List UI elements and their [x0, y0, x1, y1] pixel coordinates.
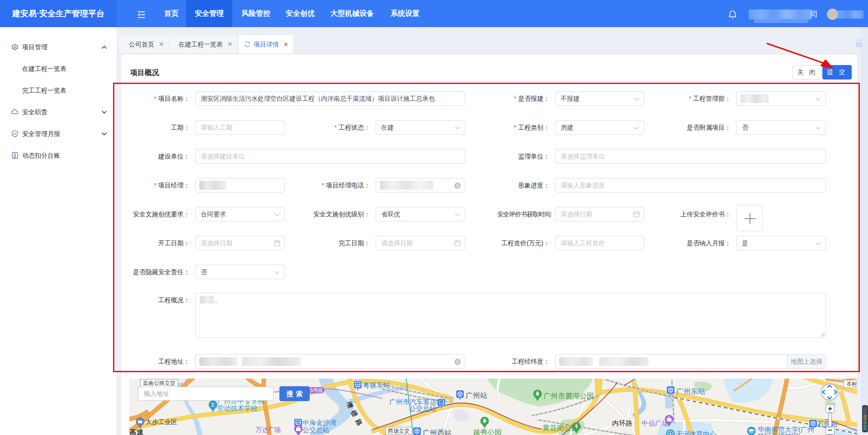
svg-text:文: 文	[211, 402, 216, 407]
